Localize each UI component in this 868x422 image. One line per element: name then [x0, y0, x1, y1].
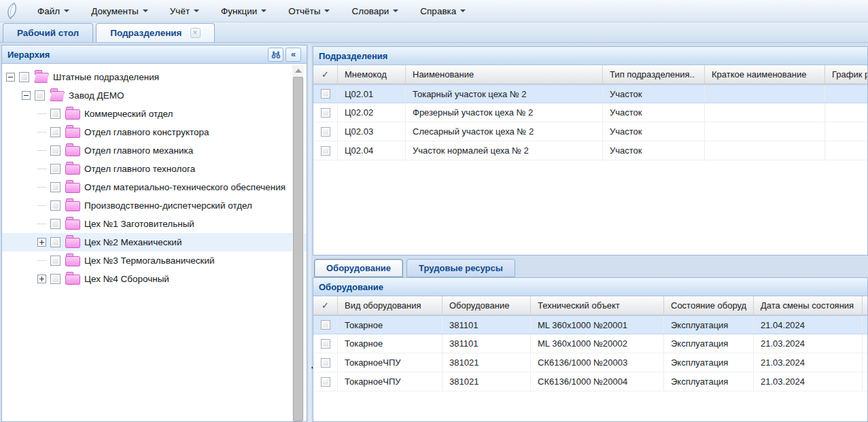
department-row[interactable]: Ц02.02 Фрезерный участок цеха № 2 Участо…	[313, 103, 867, 122]
equipment-row[interactable]: ТокарноеЧПУ 381021 СК6136/1000 №20003 Эк…	[313, 353, 867, 372]
chevron-down-icon	[324, 10, 330, 15]
expand-expander-icon[interactable]	[37, 275, 46, 283]
cell-schedule	[825, 103, 867, 122]
tree-item-label: Отдел главного механика	[84, 145, 193, 156]
tree-checkbox[interactable]	[50, 145, 60, 156]
main-tab-bar: Рабочий стол Подразделения ✕	[0, 22, 868, 43]
tree-scrollbar[interactable]	[292, 65, 304, 421]
row-checkbox[interactable]	[321, 339, 330, 349]
menu-accounting[interactable]: Учёт	[162, 3, 207, 20]
tree-checkbox[interactable]	[50, 109, 60, 119]
detail-tab-bar: Оборудование Трудовые ресурсы	[314, 258, 519, 277]
hierarchy-panel-title: Иерархия	[7, 50, 50, 60]
menu-functions[interactable]: Функции	[213, 3, 274, 20]
tab-departments[interactable]: Подразделения ✕	[96, 23, 214, 42]
tree-item-shop3[interactable]: Цех №3 Термогальванический	[2, 251, 307, 270]
folder-icon	[65, 128, 79, 137]
folder-open-icon	[34, 73, 48, 82]
tree-line	[37, 150, 46, 151]
menu-documents[interactable]: Документы	[84, 3, 156, 20]
departments-panel-header: Подразделения	[313, 47, 867, 65]
collapse-expander-icon[interactable]	[22, 91, 31, 100]
hierarchy-tree: Штатные подразделения Завод ДЕМО Коммерч…	[2, 64, 307, 421]
menu-reports[interactable]: Отчёты	[281, 3, 337, 20]
tree-checkbox[interactable]	[50, 219, 60, 229]
tree-checkbox[interactable]	[50, 274, 60, 284]
department-row[interactable]: Ц02.03 Слесарный участок цеха № 2 Участо…	[313, 122, 867, 141]
tree-item-label: Отдел материально-технического обеспечен…	[84, 182, 285, 192]
cell-type: Участок	[603, 122, 705, 141]
tree-item-shop4[interactable]: Цех №4 Сборочный	[2, 270, 307, 288]
panel-splitter[interactable]	[307, 45, 313, 422]
menu-dictionaries[interactable]: Словари	[344, 3, 406, 20]
menu-help-label: Справка	[420, 6, 456, 16]
column-state-date[interactable]: Дата смены состояния	[754, 296, 863, 315]
row-checkbox[interactable]	[321, 89, 330, 99]
tree-checkbox[interactable]	[50, 200, 60, 211]
tree-item-label: Завод ДЕМО	[69, 90, 124, 101]
tree-item-chief-designer-dept[interactable]: Отдел главного конструктора	[2, 123, 307, 141]
expand-expander-icon[interactable]	[37, 238, 46, 247]
column-equipment[interactable]: Оборудование	[442, 296, 531, 315]
tree-item-shop2-selected[interactable]: Цех №2 Механический	[2, 233, 307, 251]
equipment-row[interactable]: Токарное 381101 ML 360x1000 №20001 Экспл…	[313, 315, 867, 334]
tree-checkbox[interactable]	[50, 256, 60, 266]
column-state[interactable]: Состояние оборуд	[664, 296, 754, 315]
chevron-down-icon	[393, 10, 398, 15]
tree-checkbox[interactable]	[50, 237, 60, 247]
row-checkbox[interactable]	[321, 377, 330, 387]
tab-equipment[interactable]: Оборудование	[314, 259, 403, 277]
scroll-up-button[interactable]	[292, 65, 304, 76]
cell-short-name	[705, 122, 825, 141]
tab-desktop[interactable]: Рабочий стол	[3, 23, 93, 42]
tree-item-staff-departments[interactable]: Штатные подразделения	[2, 68, 307, 86]
folder-icon	[65, 201, 79, 210]
department-row[interactable]: Ц02.04 Участок нормалей цеха № 2 Участок	[313, 141, 867, 160]
cell-state-date: 21.03.2024	[754, 334, 863, 353]
column-tech-object[interactable]: Технический объект	[531, 296, 664, 315]
collapse-panel-button[interactable]: «	[285, 48, 301, 62]
column-short-name[interactable]: Краткое наименование	[705, 65, 825, 84]
row-checkbox[interactable]	[321, 320, 330, 330]
column-check[interactable]: ✓	[313, 296, 338, 315]
column-type[interactable]: Тип подразделения..	[603, 65, 705, 84]
tree-item-shop1[interactable]: Цех №1 Заготовительный	[2, 215, 307, 233]
column-check[interactable]: ✓	[313, 65, 338, 84]
tree-checkbox[interactable]	[19, 72, 29, 82]
row-checkbox[interactable]	[321, 127, 330, 137]
tree-item-chief-mechanic-dept[interactable]: Отдел главного механика	[2, 141, 307, 160]
cell-state: Эксплуатация	[664, 316, 754, 334]
collapse-expander-icon[interactable]	[6, 73, 15, 82]
column-mnemocode[interactable]: Мнемокод	[338, 65, 406, 84]
cell-state: Эксплуатация	[664, 353, 754, 372]
tree-item-chief-technologist-dept[interactable]: Отдел главного технолога	[2, 160, 307, 178]
tree-checkbox[interactable]	[50, 182, 60, 192]
tree-item-zavod-demo[interactable]: Завод ДЕМО	[2, 86, 307, 105]
equipment-row[interactable]: Токарное 381101 ML 360x1000 №20002 Экспл…	[313, 334, 867, 353]
equipment-row[interactable]: ТокарноеЧПУ 381021 СК6136/1000 №20004 Эк…	[313, 372, 867, 391]
cell-equipment: 381021	[442, 353, 531, 372]
row-checkbox[interactable]	[321, 108, 330, 118]
row-checkbox[interactable]	[321, 146, 330, 156]
column-name[interactable]: Наименование	[406, 65, 603, 84]
scrollbar-thumb[interactable]	[293, 77, 303, 421]
tree-item-logistics-dept[interactable]: Отдел материально-технического обеспечен…	[2, 178, 307, 196]
menu-file[interactable]: Файл	[30, 3, 77, 20]
tree-checkbox[interactable]	[50, 127, 60, 137]
tree-item-label: Цех №4 Сборочный	[84, 274, 169, 284]
folder-icon	[65, 183, 79, 192]
tree-item-commercial-dept[interactable]: Коммерческий отдел	[2, 105, 307, 123]
close-icon[interactable]: ✕	[190, 28, 201, 38]
row-checkbox[interactable]	[321, 358, 330, 368]
tree-checkbox[interactable]	[35, 90, 45, 101]
hierarchy-panel-header: Иерархия «	[2, 46, 307, 64]
tab-labor-resources[interactable]: Трудовые ресурсы	[406, 259, 515, 277]
equipment-panel-header: Оборудование	[313, 278, 867, 296]
tree-checkbox[interactable]	[50, 164, 60, 174]
column-kind[interactable]: Вид оборудования	[338, 296, 442, 315]
search-button[interactable]	[268, 48, 283, 62]
department-row[interactable]: Ц02.01 Токарный участок цеха № 2 Участок	[313, 84, 867, 103]
menu-help[interactable]: Справка	[413, 3, 473, 20]
column-schedule[interactable]: График р	[825, 65, 867, 84]
tree-item-dispatch-dept[interactable]: Производственно-диспетчерский отдел	[2, 196, 307, 215]
